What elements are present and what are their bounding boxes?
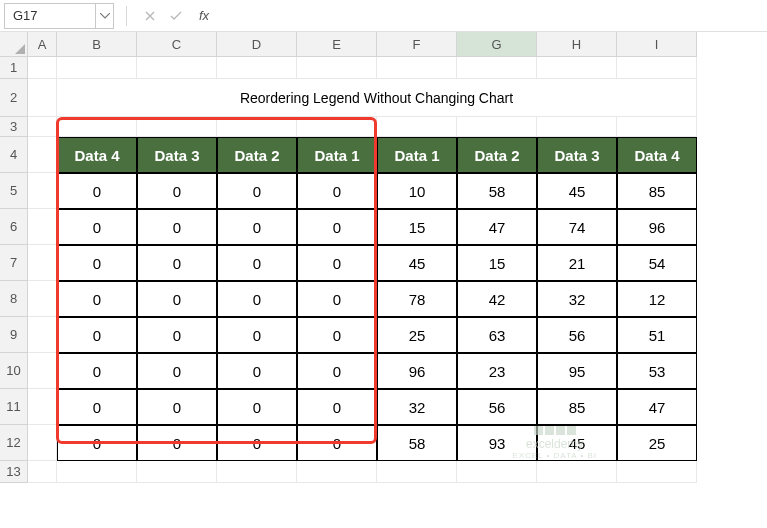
cell[interactable] (137, 117, 217, 137)
table-cell[interactable]: 45 (537, 173, 617, 209)
row-12[interactable]: 12 (0, 425, 28, 461)
table-cell[interactable]: 0 (57, 209, 137, 245)
col-C[interactable]: C (137, 32, 217, 57)
table-cell[interactable]: 0 (57, 353, 137, 389)
table-cell[interactable]: 85 (537, 389, 617, 425)
cell[interactable] (28, 425, 57, 461)
table-cell[interactable]: 0 (297, 353, 377, 389)
table-cell[interactable]: 0 (217, 317, 297, 353)
col-F[interactable]: F (377, 32, 457, 57)
table-cell[interactable]: 63 (457, 317, 537, 353)
table-cell[interactable]: 0 (297, 245, 377, 281)
cell[interactable] (617, 57, 697, 79)
cell[interactable] (377, 461, 457, 483)
table-cell[interactable]: 0 (137, 245, 217, 281)
cell[interactable] (457, 117, 537, 137)
cell[interactable] (217, 117, 297, 137)
table-cell[interactable]: 0 (217, 209, 297, 245)
table-cell[interactable]: 56 (537, 317, 617, 353)
table-cell[interactable]: 0 (297, 209, 377, 245)
table-cell[interactable]: 45 (377, 245, 457, 281)
cell[interactable] (28, 389, 57, 425)
cell[interactable] (57, 117, 137, 137)
row-7[interactable]: 7 (0, 245, 28, 281)
cell[interactable] (537, 57, 617, 79)
table-cell[interactable]: 15 (377, 209, 457, 245)
cell[interactable] (57, 57, 137, 79)
table-cell[interactable]: 96 (377, 353, 457, 389)
row-10[interactable]: 10 (0, 353, 28, 389)
table-cell[interactable]: 78 (377, 281, 457, 317)
col-A[interactable]: A (28, 32, 57, 57)
table-cell[interactable]: 23 (457, 353, 537, 389)
table-cell[interactable]: 54 (617, 245, 697, 281)
table-cell[interactable]: 0 (57, 425, 137, 461)
table-header[interactable]: Data 2 (457, 137, 537, 173)
title-banner[interactable]: Reordering Legend Without Changing Chart (57, 79, 697, 117)
cell[interactable] (28, 245, 57, 281)
cell[interactable] (57, 461, 137, 483)
row-4[interactable]: 4 (0, 137, 28, 173)
table-cell[interactable]: 95 (537, 353, 617, 389)
cell[interactable] (137, 57, 217, 79)
col-E[interactable]: E (297, 32, 377, 57)
table-cell[interactable]: 0 (137, 317, 217, 353)
table-cell[interactable]: 0 (57, 317, 137, 353)
table-cell[interactable]: 51 (617, 317, 697, 353)
cell[interactable] (28, 281, 57, 317)
table-cell[interactable]: 0 (57, 245, 137, 281)
table-cell[interactable]: 47 (457, 209, 537, 245)
cell[interactable] (377, 57, 457, 79)
row-13[interactable]: 13 (0, 461, 28, 483)
table-header[interactable]: Data 4 (617, 137, 697, 173)
table-cell[interactable]: 0 (137, 389, 217, 425)
table-cell[interactable]: 25 (617, 425, 697, 461)
table-cell[interactable]: 0 (217, 281, 297, 317)
name-box[interactable]: G17 (4, 3, 114, 29)
table-cell[interactable]: 0 (137, 281, 217, 317)
cell[interactable] (28, 173, 57, 209)
col-B[interactable]: B (57, 32, 137, 57)
table-cell[interactable]: 0 (57, 389, 137, 425)
table-cell[interactable]: 58 (377, 425, 457, 461)
cell[interactable] (28, 137, 57, 173)
table-cell[interactable]: 93 (457, 425, 537, 461)
table-cell[interactable]: 0 (297, 281, 377, 317)
table-cell[interactable]: 0 (217, 389, 297, 425)
table-cell[interactable]: 0 (217, 245, 297, 281)
table-cell[interactable]: 0 (297, 425, 377, 461)
cell[interactable] (28, 209, 57, 245)
table-cell[interactable]: 0 (297, 389, 377, 425)
table-header[interactable]: Data 2 (217, 137, 297, 173)
cancel-button[interactable] (139, 5, 161, 27)
table-header[interactable]: Data 3 (537, 137, 617, 173)
cell[interactable] (28, 317, 57, 353)
cell[interactable] (28, 117, 57, 137)
row-9[interactable]: 9 (0, 317, 28, 353)
table-cell[interactable]: 32 (537, 281, 617, 317)
table-cell[interactable]: 32 (377, 389, 457, 425)
table-header[interactable]: Data 4 (57, 137, 137, 173)
cell[interactable] (377, 117, 457, 137)
row-3[interactable]: 3 (0, 117, 28, 137)
col-G[interactable]: G (457, 32, 537, 57)
table-cell[interactable]: 42 (457, 281, 537, 317)
row-8[interactable]: 8 (0, 281, 28, 317)
table-cell[interactable]: 0 (297, 317, 377, 353)
formula-input[interactable] (217, 3, 763, 29)
cell[interactable] (617, 117, 697, 137)
table-cell[interactable]: 0 (217, 173, 297, 209)
cell[interactable] (457, 57, 537, 79)
cell[interactable] (297, 117, 377, 137)
name-box-dropdown[interactable] (95, 4, 113, 28)
table-cell[interactable]: 12 (617, 281, 697, 317)
cell[interactable] (28, 353, 57, 389)
table-cell[interactable]: 0 (137, 173, 217, 209)
row-1[interactable]: 1 (0, 57, 28, 79)
cell[interactable] (217, 461, 297, 483)
table-cell[interactable]: 96 (617, 209, 697, 245)
table-cell[interactable]: 0 (217, 353, 297, 389)
select-all-corner[interactable] (0, 32, 28, 57)
table-cell[interactable]: 0 (217, 425, 297, 461)
col-D[interactable]: D (217, 32, 297, 57)
